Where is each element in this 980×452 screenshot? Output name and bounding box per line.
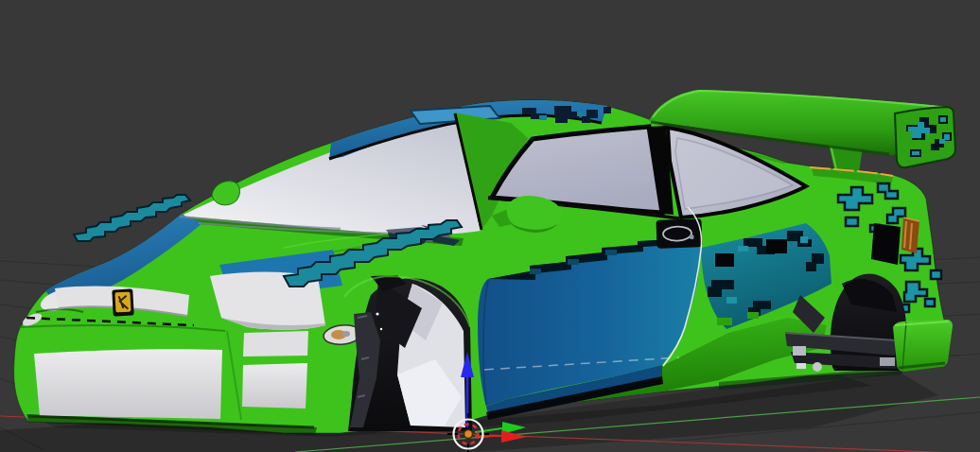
grille-badge bbox=[112, 288, 133, 316]
rear-bumper-corner[interactable] bbox=[893, 320, 953, 372]
viewport-3d[interactable]: 3D viewport - green tuner car body shell… bbox=[0, 0, 980, 452]
fog-recess-upper bbox=[243, 331, 308, 356]
door-handle[interactable] bbox=[656, 218, 702, 249]
fog-recess-lower bbox=[242, 363, 307, 409]
object-origin-dot[interactable] bbox=[464, 430, 473, 439]
main-intake bbox=[34, 349, 222, 419]
wing-endplate bbox=[895, 107, 955, 167]
tail-black-panel bbox=[871, 223, 901, 265]
